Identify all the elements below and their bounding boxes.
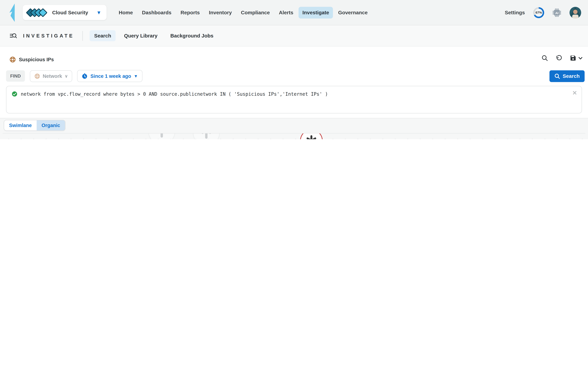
progress-ring[interactable]: 67% — [533, 7, 544, 18]
nav-item-alerts[interactable]: Alerts — [275, 7, 297, 18]
run-search-label: Search — [563, 73, 580, 79]
layout-toggle: Swimlane Organic — [4, 120, 65, 131]
nav-item-reports[interactable]: Reports — [177, 7, 204, 18]
save-menu-chevron-icon[interactable] — [578, 56, 583, 60]
org-logo-icon — [27, 9, 46, 16]
search-icon — [554, 73, 560, 79]
nav-item-compliance[interactable]: Compliance — [237, 7, 274, 18]
network-graph-canvas[interactable]: !Suspicious I... Internet IPs eni-0b4e44… — [3, 133, 585, 139]
query-panel: Suspicious IPs — [0, 46, 588, 118]
nav-item-investigate[interactable]: Investigate — [299, 7, 333, 18]
graph-node-ebtwoT[interactable] — [148, 133, 175, 139]
topbar-right-cluster: Settings 67% AI — [505, 7, 581, 18]
asterisk-icon — [306, 135, 317, 139]
entity-type-value: Network — [43, 73, 62, 79]
subtab-query-library[interactable]: Query Library — [120, 30, 162, 41]
divider — [82, 31, 83, 41]
time-range-dropdown[interactable]: Since 1 week ago ▼ — [77, 70, 143, 82]
svg-text:AI: AI — [555, 11, 559, 15]
subtab-background-jobs[interactable]: Background Jobs — [166, 30, 218, 41]
results-section: Swimlane Organic !Suspicious I... Intern… — [0, 118, 588, 139]
nav-item-home[interactable]: Home — [115, 7, 137, 18]
nav-item-dashboards[interactable]: Dashboards — [138, 7, 175, 18]
progress-value: 67% — [535, 9, 543, 16]
query-text[interactable]: network from vpc.flow_record where bytes… — [21, 91, 328, 97]
save-icon[interactable] — [570, 55, 576, 61]
user-avatar[interactable] — [570, 7, 581, 18]
graph-node-eni0b4e[interactable] — [300, 133, 323, 139]
tab-organic[interactable]: Organic — [37, 120, 65, 130]
nav-item-governance[interactable]: Governance — [334, 7, 371, 18]
nav-item-inventory[interactable]: Inventory — [205, 7, 235, 18]
main-nav: Home Dashboards Reports Inventory Compli… — [115, 7, 372, 18]
brand-logo-icon — [8, 3, 18, 22]
ai-copilot-icon[interactable]: AI — [552, 8, 561, 17]
saved-query-globe-icon — [9, 56, 16, 63]
query-valid-check-icon — [12, 91, 18, 97]
network-globe-icon — [34, 73, 40, 79]
undo-icon[interactable] — [556, 55, 562, 61]
top-navbar: Cloud Security ▼ Home Dashboards Reports… — [0, 0, 588, 25]
subtab-search[interactable]: Search — [90, 30, 116, 41]
clock-icon — [82, 73, 88, 79]
section-title: INVESTIGATE — [23, 33, 74, 39]
org-selector-dropdown[interactable]: Cloud Security ▼ — [23, 5, 107, 20]
settings-link[interactable]: Settings — [505, 9, 525, 15]
chevron-down-icon: ▼ — [134, 74, 138, 78]
org-selector-label: Cloud Security — [52, 9, 88, 15]
chevron-down-icon: ▼ — [97, 9, 101, 15]
app-window: Cloud Security ▼ Home Dashboards Reports… — [0, 0, 588, 139]
saved-query-title: Suspicious IPs — [19, 57, 54, 62]
investigate-subnav: INVESTIGATE Search Query Library Backgro… — [0, 25, 588, 46]
arrowup-icon — [200, 133, 213, 139]
run-search-button[interactable]: Search — [549, 70, 585, 82]
arrowup-icon — [155, 133, 168, 138]
query-editor[interactable]: network from vpc.flow_record where bytes… — [6, 86, 582, 113]
time-range-value: Since 1 week ago — [90, 73, 131, 79]
search-icon[interactable] — [542, 55, 548, 61]
investigate-section-icon — [9, 32, 17, 39]
tab-swimlane[interactable]: Swimlane — [4, 120, 37, 130]
close-icon[interactable]: ✕ — [572, 90, 577, 96]
entity-type-dropdown[interactable]: Network ∨ — [30, 70, 72, 82]
graph-edges — [3, 133, 585, 139]
chevron-down-icon: ∨ — [65, 74, 68, 78]
graph-node-eni02f[interactable] — [193, 133, 220, 139]
find-label: FIND — [6, 70, 25, 82]
